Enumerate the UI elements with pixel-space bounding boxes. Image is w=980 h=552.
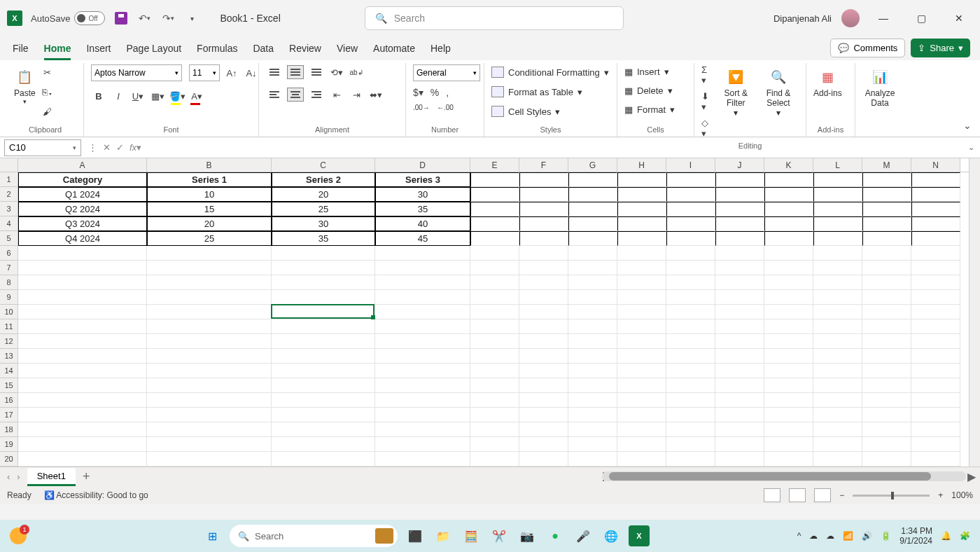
cell[interactable] (519, 334, 568, 349)
delete-cells-button[interactable]: ▦ Delete ▾ (624, 83, 673, 98)
cell[interactable] (911, 290, 960, 305)
cell[interactable] (519, 290, 568, 305)
row-header[interactable]: 13 (0, 349, 18, 364)
cell[interactable] (764, 290, 813, 305)
cell[interactable] (147, 349, 272, 364)
cell[interactable] (18, 305, 147, 319)
cell[interactable] (375, 334, 470, 349)
cell[interactable] (617, 187, 666, 202)
decrease-font-button[interactable]: A↓ (244, 65, 259, 81)
cell[interactable] (813, 349, 862, 364)
close-button[interactable]: ✕ (945, 8, 973, 29)
cell[interactable] (813, 275, 862, 290)
decrease-indent-button[interactable]: ⇤ (329, 87, 344, 102)
comma-button[interactable]: , (446, 87, 449, 98)
notifications-icon[interactable]: 🔔 (941, 531, 951, 541)
cell[interactable] (470, 364, 519, 378)
normal-view-button[interactable] (764, 488, 780, 502)
cell[interactable]: 30 (272, 216, 375, 231)
cell[interactable] (666, 187, 715, 202)
cell[interactable] (862, 319, 911, 334)
cell[interactable] (715, 275, 764, 290)
cell[interactable] (568, 349, 617, 364)
add-sheet-button[interactable]: + (83, 469, 90, 484)
cell[interactable] (272, 349, 375, 364)
cell[interactable]: Q3 2024 (18, 216, 147, 231)
cell[interactable] (617, 364, 666, 378)
cell[interactable] (147, 305, 272, 319)
zoom-in-button[interactable]: + (938, 490, 943, 500)
cell[interactable] (911, 187, 960, 202)
copilot-icon[interactable] (10, 527, 27, 544)
cell[interactable] (519, 187, 568, 202)
row-header[interactable]: 8 (0, 275, 18, 290)
cell[interactable] (272, 452, 375, 467)
cell[interactable] (617, 349, 666, 364)
cell[interactable] (911, 319, 960, 334)
column-header[interactable]: E (470, 158, 519, 172)
cell[interactable] (470, 452, 519, 467)
cell[interactable] (568, 334, 617, 349)
cell[interactable] (666, 290, 715, 305)
copy-button[interactable]: ⎘▾ (40, 84, 55, 99)
cell[interactable] (519, 452, 568, 467)
column-header[interactable]: B (147, 158, 272, 172)
cell[interactable] (715, 349, 764, 364)
increase-font-button[interactable]: A↑ (224, 65, 239, 81)
cell[interactable] (764, 172, 813, 187)
paste-button[interactable]: 📋Paste▾ (14, 64, 36, 105)
cell[interactable] (813, 305, 862, 319)
cell[interactable] (666, 216, 715, 231)
cells-area[interactable]: CategorySeries 1Series 2Series 3Q1 20241… (18, 172, 980, 467)
scroll-thumb[interactable] (609, 472, 931, 481)
cell[interactable]: 25 (147, 231, 272, 246)
cell[interactable] (272, 275, 375, 290)
column-header[interactable]: C (272, 158, 375, 172)
cell[interactable] (715, 452, 764, 467)
camera-icon[interactable]: 📷 (517, 525, 538, 546)
cell[interactable] (666, 319, 715, 334)
align-middle-button[interactable] (287, 65, 304, 79)
autosave-toggle[interactable]: AutoSave Off (31, 11, 105, 25)
enter-formula-icon[interactable]: ✓ (116, 142, 124, 153)
cell[interactable] (911, 422, 960, 437)
cell[interactable] (617, 231, 666, 246)
cell[interactable] (375, 408, 470, 422)
cell[interactable] (147, 408, 272, 422)
row-header[interactable]: 3 (0, 202, 18, 216)
cell[interactable] (862, 408, 911, 422)
cell[interactable]: 20 (147, 216, 272, 231)
cell[interactable] (715, 422, 764, 437)
format-cells-button[interactable]: ▦ Format ▾ (624, 102, 675, 117)
task-view-icon[interactable]: ⬛ (405, 525, 426, 546)
column-header[interactable]: G (568, 158, 617, 172)
cell[interactable] (568, 393, 617, 408)
cell[interactable] (715, 246, 764, 261)
cell[interactable] (666, 364, 715, 378)
cell[interactable] (666, 349, 715, 364)
cell[interactable] (568, 452, 617, 467)
cell[interactable] (666, 202, 715, 216)
row-header[interactable]: 10 (0, 305, 18, 319)
cell[interactable] (813, 290, 862, 305)
chrome-icon[interactable]: 🌐 (601, 525, 622, 546)
cell[interactable] (272, 408, 375, 422)
namebox-more-icon[interactable]: ⋮ (88, 142, 97, 153)
cell[interactable] (617, 393, 666, 408)
cell[interactable] (862, 364, 911, 378)
cell[interactable] (519, 275, 568, 290)
cell[interactable] (862, 290, 911, 305)
tab-data[interactable]: Data (253, 43, 274, 60)
cell[interactable] (147, 334, 272, 349)
addins-button[interactable]: ▦Add-ins (813, 64, 842, 98)
row-header[interactable]: 2 (0, 187, 18, 202)
mic-icon[interactable]: 🎤 (573, 525, 594, 546)
volume-icon[interactable]: 🔊 (862, 531, 872, 541)
cell[interactable] (715, 437, 764, 452)
wifi-icon[interactable]: 📶 (843, 531, 853, 541)
cell[interactable] (617, 246, 666, 261)
cell[interactable] (519, 349, 568, 364)
tab-automate[interactable]: Automate (373, 43, 415, 60)
row-header[interactable]: 18 (0, 422, 18, 437)
format-as-table-button[interactable]: Format as Table ▾ (491, 84, 582, 99)
